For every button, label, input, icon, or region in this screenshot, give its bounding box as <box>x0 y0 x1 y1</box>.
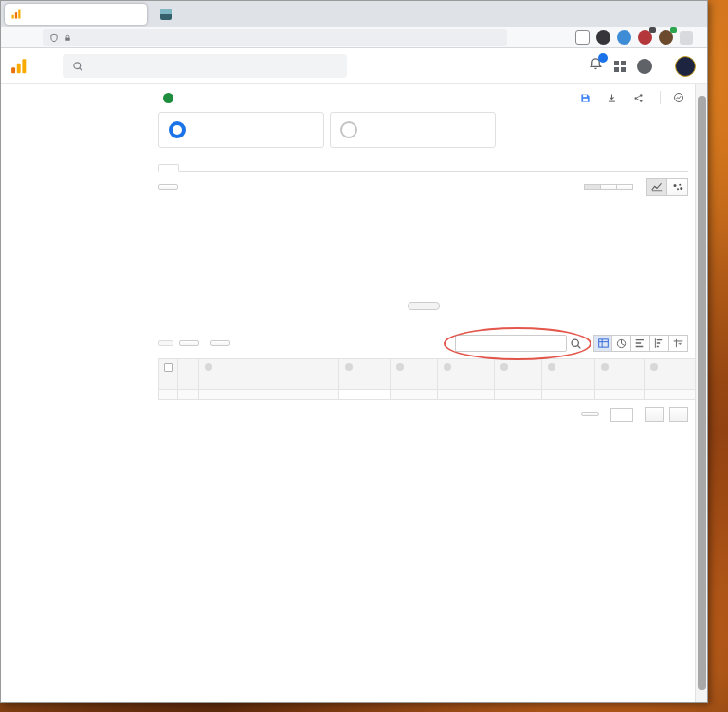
sort-type-dropdown[interactable] <box>210 340 230 346</box>
col-header-pageviews[interactable] <box>339 359 391 390</box>
col-header-page[interactable] <box>199 359 339 390</box>
table-search-input[interactable] <box>455 335 567 352</box>
pageviews-line-chart <box>158 215 688 287</box>
table-toolbar <box>158 331 688 356</box>
ga-search-box[interactable] <box>63 54 347 78</box>
col-header-avg-time[interactable] <box>438 359 495 390</box>
help-icon[interactable] <box>637 59 652 74</box>
report-header <box>158 86 688 109</box>
col-header-unique-pageviews[interactable] <box>391 359 438 390</box>
browser-window <box>0 0 708 703</box>
secondary-dimension-dropdown[interactable] <box>179 340 199 346</box>
view-performance-icon[interactable] <box>631 335 650 352</box>
address-field[interactable] <box>43 29 507 46</box>
tab-ssec[interactable] <box>155 4 297 25</box>
extension-overflow[interactable] <box>680 31 693 45</box>
granularity-week[interactable] <box>601 184 617 190</box>
metric-dropdown[interactable] <box>158 184 178 190</box>
ga-sidebar <box>1 84 153 702</box>
help-icon <box>548 363 555 371</box>
metric-selector-row <box>158 174 688 199</box>
save-button[interactable] <box>580 93 594 103</box>
notifications-bell-icon[interactable] <box>589 57 603 75</box>
divider <box>660 91 661 104</box>
tab-navigation-summary[interactable] <box>179 165 202 171</box>
ga-logo[interactable] <box>10 58 33 75</box>
share-icon <box>633 93 644 103</box>
help-icon <box>205 363 212 371</box>
extension-icon-1[interactable] <box>575 30 590 45</box>
insights-button[interactable] <box>673 92 688 103</box>
chart-x-axis-labels <box>158 291 688 301</box>
chart-range-slider[interactable] <box>408 302 440 310</box>
search-submit-icon[interactable] <box>570 338 582 350</box>
browser-tab-strip <box>1 1 707 27</box>
motion-chart-type-button[interactable] <box>667 178 688 196</box>
help-icon <box>500 363 508 371</box>
help-icon <box>345 363 353 371</box>
help-icon <box>396 363 404 371</box>
plot-rows-button[interactable] <box>158 340 173 346</box>
segments-row <box>158 109 688 151</box>
col-header-bounce-rate[interactable] <box>542 359 595 390</box>
ga-logo-icon <box>10 58 27 75</box>
view-comparison-icon[interactable] <box>650 335 669 352</box>
export-button[interactable] <box>607 93 621 103</box>
avatar[interactable] <box>675 56 696 77</box>
col-header-entrances[interactable] <box>495 359 542 390</box>
tab-analytics[interactable] <box>5 4 147 25</box>
chart-type-toggle <box>646 178 688 196</box>
next-page-button[interactable] <box>669 407 688 422</box>
notification-count-badge <box>598 53 608 63</box>
ssec-favicon <box>160 9 172 20</box>
chart-legend <box>158 201 688 215</box>
table-header-row <box>159 359 705 390</box>
extension-icon-4[interactable] <box>638 30 652 45</box>
pagination <box>158 404 688 425</box>
search-icon <box>72 61 83 72</box>
insights-icon <box>673 92 684 103</box>
help-icon <box>444 363 451 371</box>
save-icon <box>580 93 591 103</box>
granularity-toggle <box>584 184 633 190</box>
primary-dimension-bar <box>158 312 688 329</box>
browser-url-bar <box>1 27 707 48</box>
help-icon <box>601 363 609 371</box>
extension-icon-2[interactable] <box>596 30 610 45</box>
window-controls <box>612 1 703 27</box>
export-icon <box>607 93 617 103</box>
table-view-toggle <box>593 335 688 352</box>
summary-row <box>159 390 705 400</box>
report-tabs <box>158 151 688 172</box>
segment-all-users[interactable] <box>158 112 324 148</box>
view-percentage-icon[interactable] <box>612 335 631 352</box>
view-pivot-icon[interactable] <box>669 335 688 352</box>
legend-dot-icon <box>158 205 166 212</box>
granularity-month[interactable] <box>617 184 633 190</box>
extension-icon-5[interactable] <box>659 30 673 45</box>
goto-page-input[interactable] <box>610 408 633 422</box>
col-header-exit[interactable] <box>595 359 645 390</box>
help-icon <box>650 363 658 371</box>
share-button[interactable] <box>633 93 647 103</box>
tab-explorer[interactable] <box>158 164 179 172</box>
line-chart-type-button[interactable] <box>646 178 667 196</box>
scrollbar-thumb[interactable] <box>698 96 706 690</box>
analytics-favicon <box>10 9 22 20</box>
extensions-area <box>575 30 700 45</box>
segment-ring-icon <box>169 121 186 138</box>
page-scrollbar[interactable] <box>695 84 707 702</box>
prev-page-button[interactable] <box>645 407 664 422</box>
add-segment-ring-icon <box>340 121 357 138</box>
pages-table <box>158 358 705 400</box>
extension-icon-3[interactable] <box>617 30 631 45</box>
table-search <box>455 335 582 352</box>
granularity-day[interactable] <box>584 184 601 190</box>
tracking-shield-icon[interactable] <box>49 33 59 43</box>
lock-icon <box>64 33 72 43</box>
apps-grid-icon[interactable] <box>614 61 626 72</box>
add-segment-button[interactable] <box>330 112 496 148</box>
select-all-checkbox[interactable] <box>159 359 178 390</box>
view-table-icon[interactable] <box>593 335 612 352</box>
show-rows-select[interactable] <box>581 412 599 416</box>
